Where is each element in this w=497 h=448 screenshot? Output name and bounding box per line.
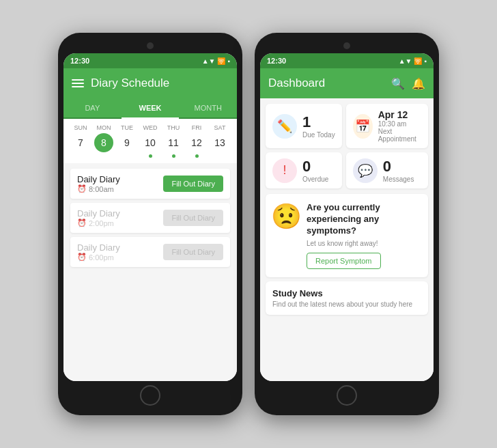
dash-card-due-info: 1 Due Today	[302, 113, 335, 139]
status-bar-2: 12:30 ▲▼ 🛜 ▪	[260, 53, 434, 68]
diary-item-1-title: Daily Diary	[77, 174, 120, 184]
diary-item-3: Daily Diary ⏰ 6:00pm Fill Out Diary	[70, 237, 230, 267]
signal-icon-1: ▲▼	[202, 57, 216, 65]
cal-day-num-fri: 12	[187, 133, 206, 152]
search-icon[interactable]: 🔍	[391, 77, 405, 90]
battery-icon-1: ▪	[227, 57, 230, 65]
status-time-1: 12:30	[70, 57, 89, 65]
study-news-sub: Find out the latest news about your stud…	[272, 300, 421, 308]
status-icons-2: ▲▼ 🛜 ▪	[399, 57, 427, 65]
cal-day-name-tue: Tue	[121, 124, 133, 131]
wifi-icon-1: 🛜	[217, 57, 225, 65]
cal-day-dot-wed	[149, 154, 152, 158]
tab-week[interactable]: WEEK	[122, 98, 180, 117]
calendar-icon: 📅	[353, 114, 373, 139]
dash-card-appt-info: Apr 12 10:30 am Next Appointment	[378, 109, 421, 143]
page-background: 12:30 ▲▼ 🛜 ▪ Diary Schedule DAY	[0, 0, 497, 448]
diary-item-3-time-text: 6:00pm	[89, 253, 114, 262]
clock-icon-3: ⏰	[77, 253, 87, 262]
tab-bar-1: DAY WEEK MONTH	[63, 98, 237, 119]
report-symptom-button[interactable]: Report Symptom	[307, 253, 381, 269]
bell-icon[interactable]: 🔔	[412, 77, 425, 90]
signal-icon-2: ▲▼	[399, 57, 412, 65]
app-header-2: Dashboard 🔍 🔔	[260, 68, 434, 98]
tab-day[interactable]: DAY	[63, 98, 122, 117]
app-header-1: Diary Schedule	[63, 68, 237, 98]
clock-icon-2: ⏰	[77, 219, 87, 227]
diary-item-1: Daily Diary ⏰ 8:00am Fill Out Diary	[70, 169, 230, 199]
tab-month[interactable]: MONTH	[179, 98, 237, 117]
app-title-2: Dashboard	[268, 76, 384, 90]
diary-item-3-time: ⏰ 6:00pm	[77, 253, 120, 262]
cal-day-num-sun: 7	[71, 133, 90, 152]
symptom-card: 😟 Are you currently experiencing any sym…	[266, 194, 428, 277]
phone-home-button-1[interactable]	[140, 385, 160, 406]
dash-appt-label: Next Appointment	[378, 128, 421, 143]
diary-item-3-info: Daily Diary ⏰ 6:00pm	[77, 242, 120, 262]
dash-appt-date: Apr 12	[378, 109, 421, 120]
fill-diary-btn-1[interactable]: Fill Out Diary	[163, 176, 223, 192]
hamburger-menu[interactable]	[72, 79, 84, 87]
diary-item-1-time-text: 8:00am	[89, 185, 114, 193]
phone-2-screen: 12:30 ▲▼ 🛜 ▪ Dashboard 🔍 🔔	[260, 53, 434, 381]
phone-camera	[147, 42, 154, 49]
diary-item-1-info: Daily Diary ⏰ 8:00am	[77, 174, 120, 193]
dash-card-overdue-info: 0 Overdue	[302, 158, 328, 183]
hamburger-line-2	[72, 83, 84, 84]
cal-day-thu[interactable]: Thu 11	[163, 124, 184, 158]
fill-diary-btn-2[interactable]: Fill Out Diary	[163, 210, 223, 226]
cal-day-sun[interactable]: Sun 7	[70, 124, 91, 158]
diary-item-2-time-text: 2:00pm	[89, 219, 114, 227]
cal-day-dot-mon	[102, 154, 106, 158]
cal-day-name-sat: Sat	[214, 124, 226, 131]
dashboard-content: ✏️ 1 Due Today 📅 Apr 12 10:30 am Next Ap…	[260, 98, 434, 381]
cal-day-wed[interactable]: Wed 10	[140, 124, 160, 158]
cal-day-fri[interactable]: Fri 12	[186, 124, 207, 158]
messages-icon: 💬	[353, 158, 378, 183]
dash-cards-grid: ✏️ 1 Due Today 📅 Apr 12 10:30 am Next Ap…	[260, 98, 434, 194]
pencil-icon: ✏️	[272, 114, 297, 139]
header-icons: 🔍 🔔	[391, 77, 425, 90]
battery-icon-2: ▪	[424, 57, 427, 65]
overdue-icon: !	[272, 158, 297, 183]
status-icons-1: ▲▼ 🛜 ▪	[202, 57, 230, 65]
cal-day-name-wed: Wed	[143, 124, 158, 131]
symptom-sub: Let us know right away!	[307, 240, 421, 247]
cal-day-sat[interactable]: Sat 13	[210, 124, 230, 158]
fill-diary-btn-3[interactable]: Fill Out Diary	[163, 244, 223, 260]
status-time-2: 12:30	[267, 57, 286, 65]
cal-day-num-wed: 10	[141, 133, 160, 152]
hamburger-line-1	[72, 79, 84, 81]
dash-due-num: 1	[302, 113, 335, 131]
cal-day-name-thu: Thu	[167, 124, 180, 131]
phone-1: 12:30 ▲▼ 🛜 ▪ Diary Schedule DAY	[58, 33, 242, 415]
cal-day-tue[interactable]: Tue 9	[117, 124, 137, 158]
cal-day-num-tue: 9	[117, 133, 137, 152]
phone-1-screen: 12:30 ▲▼ 🛜 ▪ Diary Schedule DAY	[63, 53, 237, 381]
clock-icon-1: ⏰	[77, 184, 87, 193]
dash-appt-time: 10:30 am	[378, 120, 421, 128]
cal-day-name-sun: Sun	[74, 124, 87, 131]
diary-item-2-title: Daily Diary	[77, 208, 120, 219]
cal-day-name-mon: Mon	[97, 124, 111, 131]
dash-card-appointment: 📅 Apr 12 10:30 am Next Appointment	[346, 104, 428, 148]
app-title-1: Diary Schedule	[91, 76, 229, 90]
cal-day-dot-fri	[195, 154, 199, 158]
dash-overdue-num: 0	[302, 158, 328, 176]
hamburger-line-3	[72, 86, 84, 87]
wifi-icon-2: 🛜	[414, 57, 422, 65]
diary-item-1-time: ⏰ 8:00am	[77, 184, 120, 193]
dash-due-label: Due Today	[302, 131, 335, 139]
dash-overdue-label: Overdue	[302, 176, 328, 183]
symptom-emoji: 😟	[271, 202, 302, 231]
cal-day-num-mon: 8	[94, 133, 113, 152]
phone-home-button-2[interactable]	[337, 385, 357, 406]
dash-msg-num: 0	[383, 158, 414, 176]
symptom-title: Are you currently experiencing any sympt…	[307, 202, 421, 237]
dash-card-due-today: ✏️ 1 Due Today	[266, 104, 342, 148]
calendar-week: Sun 7 Mon 8 Tue 9 We	[63, 119, 237, 163]
cal-day-mon[interactable]: Mon 8	[94, 124, 114, 158]
diary-list: Daily Diary ⏰ 8:00am Fill Out Diary Dail…	[63, 163, 237, 381]
cal-day-dot-thu	[172, 154, 175, 158]
diary-item-2-time: ⏰ 2:00pm	[77, 219, 120, 227]
